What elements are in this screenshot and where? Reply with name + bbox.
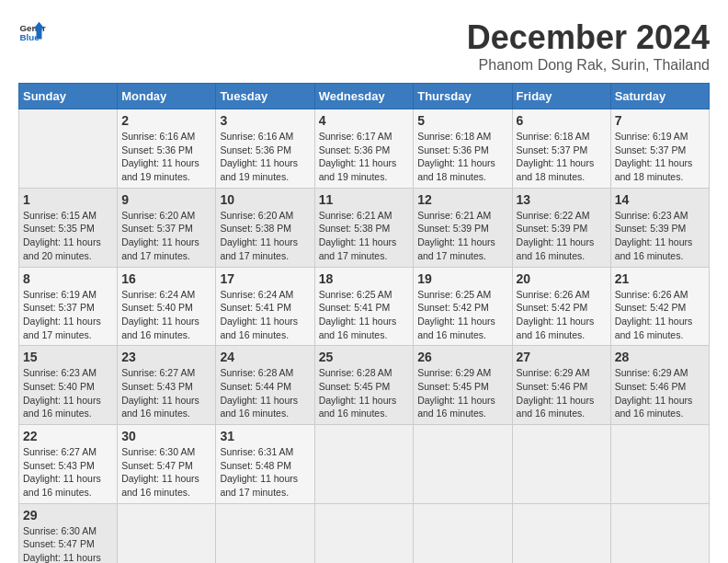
day-number: 13 <box>517 192 607 207</box>
logo: General Blue <box>18 18 46 46</box>
calendar-cell: 1Sunrise: 6:15 AM Sunset: 5:35 PM Daylig… <box>19 188 118 267</box>
header: General Blue December 2024 Phanom Dong R… <box>18 18 710 74</box>
title-area: December 2024 Phanom Dong Rak, Surin, Th… <box>467 18 710 74</box>
day-number: 3 <box>220 113 310 128</box>
day-number: 23 <box>121 350 211 364</box>
day-detail: Sunrise: 6:16 AM Sunset: 5:36 PM Dayligh… <box>121 130 211 184</box>
calendar-cell: 21Sunrise: 6:26 AM Sunset: 5:42 PM Dayli… <box>610 267 709 346</box>
day-detail: Sunrise: 6:16 AM Sunset: 5:36 PM Dayligh… <box>220 130 310 184</box>
day-detail: Sunrise: 6:26 AM Sunset: 5:42 PM Dayligh… <box>615 288 705 342</box>
day-number: 4 <box>319 113 410 128</box>
calendar-cell: 11Sunrise: 6:21 AM Sunset: 5:38 PM Dayli… <box>314 188 414 267</box>
day-detail: Sunrise: 6:26 AM Sunset: 5:42 PM Dayligh… <box>517 288 607 342</box>
calendar-cell <box>610 503 709 563</box>
calendar-cell <box>19 109 118 189</box>
day-number: 17 <box>220 271 310 286</box>
day-number: 1 <box>23 192 113 207</box>
day-number: 12 <box>417 192 507 207</box>
day-detail: Sunrise: 6:29 AM Sunset: 5:45 PM Dayligh… <box>417 366 507 420</box>
calendar-day-header: Monday <box>118 84 216 109</box>
day-detail: Sunrise: 6:27 AM Sunset: 5:43 PM Dayligh… <box>121 366 211 420</box>
calendar-week-row: 15Sunrise: 6:23 AM Sunset: 5:40 PM Dayli… <box>19 346 710 425</box>
day-number: 21 <box>615 271 705 286</box>
calendar-table: SundayMondayTuesdayWednesdayThursdayFrid… <box>18 83 710 563</box>
day-detail: Sunrise: 6:24 AM Sunset: 5:41 PM Dayligh… <box>220 288 310 342</box>
day-detail: Sunrise: 6:24 AM Sunset: 5:40 PM Dayligh… <box>121 288 211 342</box>
calendar-cell: 19Sunrise: 6:25 AM Sunset: 5:42 PM Dayli… <box>414 267 512 346</box>
calendar-cell <box>216 503 314 563</box>
day-number: 31 <box>220 429 310 443</box>
calendar-cell: 2Sunrise: 6:16 AM Sunset: 5:36 PM Daylig… <box>118 109 216 189</box>
day-number: 30 <box>121 429 211 443</box>
calendar-cell: 20Sunrise: 6:26 AM Sunset: 5:42 PM Dayli… <box>512 267 610 346</box>
day-detail: Sunrise: 6:25 AM Sunset: 5:41 PM Dayligh… <box>319 288 410 342</box>
calendar-week-row: 2Sunrise: 6:16 AM Sunset: 5:36 PM Daylig… <box>19 109 710 189</box>
calendar-week-row: 22Sunrise: 6:27 AM Sunset: 5:43 PM Dayli… <box>19 425 710 504</box>
calendar-cell: 15Sunrise: 6:23 AM Sunset: 5:40 PM Dayli… <box>19 346 118 425</box>
day-number: 22 <box>23 429 113 443</box>
calendar-day-header: Thursday <box>414 84 512 109</box>
day-number: 9 <box>121 192 211 207</box>
day-number: 24 <box>220 350 310 364</box>
day-number: 20 <box>517 271 607 286</box>
calendar-cell: 25Sunrise: 6:28 AM Sunset: 5:45 PM Dayli… <box>314 346 414 425</box>
page-title: December 2024 <box>467 18 710 57</box>
calendar-header-row: SundayMondayTuesdayWednesdayThursdayFrid… <box>19 84 710 109</box>
day-detail: Sunrise: 6:27 AM Sunset: 5:43 PM Dayligh… <box>23 445 113 500</box>
calendar-cell: 30Sunrise: 6:30 AM Sunset: 5:47 PM Dayli… <box>118 425 216 504</box>
day-detail: Sunrise: 6:29 AM Sunset: 5:46 PM Dayligh… <box>615 366 705 420</box>
calendar-cell: 27Sunrise: 6:29 AM Sunset: 5:46 PM Dayli… <box>512 346 610 425</box>
day-detail: Sunrise: 6:15 AM Sunset: 5:35 PM Dayligh… <box>23 209 113 263</box>
day-detail: Sunrise: 6:30 AM Sunset: 5:47 PM Dayligh… <box>121 445 211 500</box>
calendar-cell: 7Sunrise: 6:19 AM Sunset: 5:37 PM Daylig… <box>610 109 709 189</box>
calendar-cell: 24Sunrise: 6:28 AM Sunset: 5:44 PM Dayli… <box>216 346 314 425</box>
calendar-cell: 5Sunrise: 6:18 AM Sunset: 5:36 PM Daylig… <box>414 109 512 189</box>
calendar-cell <box>610 425 709 504</box>
day-number: 11 <box>319 192 410 207</box>
calendar-week-row: 29Sunrise: 6:30 AM Sunset: 5:47 PM Dayli… <box>19 503 710 563</box>
calendar-cell: 18Sunrise: 6:25 AM Sunset: 5:41 PM Dayli… <box>314 267 414 346</box>
day-detail: Sunrise: 6:19 AM Sunset: 5:37 PM Dayligh… <box>615 130 705 184</box>
day-detail: Sunrise: 6:25 AM Sunset: 5:42 PM Dayligh… <box>417 288 507 342</box>
day-number: 27 <box>517 350 607 364</box>
day-number: 18 <box>319 271 410 286</box>
day-number: 15 <box>23 350 113 364</box>
day-detail: Sunrise: 6:21 AM Sunset: 5:38 PM Dayligh… <box>319 209 410 263</box>
calendar-cell: 26Sunrise: 6:29 AM Sunset: 5:45 PM Dayli… <box>414 346 512 425</box>
day-detail: Sunrise: 6:22 AM Sunset: 5:39 PM Dayligh… <box>517 209 607 263</box>
calendar-cell <box>414 425 512 504</box>
day-detail: Sunrise: 6:20 AM Sunset: 5:38 PM Dayligh… <box>220 209 310 263</box>
day-number: 14 <box>615 192 705 207</box>
day-number: 6 <box>517 113 607 128</box>
logo-icon: General Blue <box>18 18 46 46</box>
day-number: 16 <box>121 271 211 286</box>
day-detail: Sunrise: 6:29 AM Sunset: 5:46 PM Dayligh… <box>517 366 607 420</box>
calendar-cell <box>314 425 414 504</box>
calendar-cell <box>118 503 216 563</box>
calendar-cell: 23Sunrise: 6:27 AM Sunset: 5:43 PM Dayli… <box>118 346 216 425</box>
day-detail: Sunrise: 6:21 AM Sunset: 5:39 PM Dayligh… <box>417 209 507 263</box>
calendar-cell: 28Sunrise: 6:29 AM Sunset: 5:46 PM Dayli… <box>610 346 709 425</box>
calendar-day-header: Sunday <box>19 84 118 109</box>
calendar-cell: 8Sunrise: 6:19 AM Sunset: 5:37 PM Daylig… <box>19 267 118 346</box>
calendar-week-row: 1Sunrise: 6:15 AM Sunset: 5:35 PM Daylig… <box>19 188 710 267</box>
calendar-day-header: Tuesday <box>216 84 314 109</box>
day-number: 25 <box>319 350 410 364</box>
calendar-week-row: 8Sunrise: 6:19 AM Sunset: 5:37 PM Daylig… <box>19 267 710 346</box>
calendar-cell: 31Sunrise: 6:31 AM Sunset: 5:48 PM Dayli… <box>216 425 314 504</box>
day-detail: Sunrise: 6:18 AM Sunset: 5:36 PM Dayligh… <box>417 130 507 184</box>
calendar-cell: 6Sunrise: 6:18 AM Sunset: 5:37 PM Daylig… <box>512 109 610 189</box>
calendar-cell: 29Sunrise: 6:30 AM Sunset: 5:47 PM Dayli… <box>19 503 118 563</box>
day-detail: Sunrise: 6:28 AM Sunset: 5:45 PM Dayligh… <box>319 366 410 420</box>
calendar-day-header: Saturday <box>610 84 709 109</box>
calendar-cell: 12Sunrise: 6:21 AM Sunset: 5:39 PM Dayli… <box>414 188 512 267</box>
day-detail: Sunrise: 6:19 AM Sunset: 5:37 PM Dayligh… <box>23 288 113 342</box>
calendar-cell: 9Sunrise: 6:20 AM Sunset: 5:37 PM Daylig… <box>118 188 216 267</box>
day-number: 19 <box>417 271 507 286</box>
day-detail: Sunrise: 6:31 AM Sunset: 5:48 PM Dayligh… <box>220 445 310 500</box>
day-number: 28 <box>615 350 705 364</box>
calendar-cell: 4Sunrise: 6:17 AM Sunset: 5:36 PM Daylig… <box>314 109 414 189</box>
day-detail: Sunrise: 6:28 AM Sunset: 5:44 PM Dayligh… <box>220 366 310 420</box>
day-number: 2 <box>121 113 211 128</box>
day-number: 10 <box>220 192 310 207</box>
